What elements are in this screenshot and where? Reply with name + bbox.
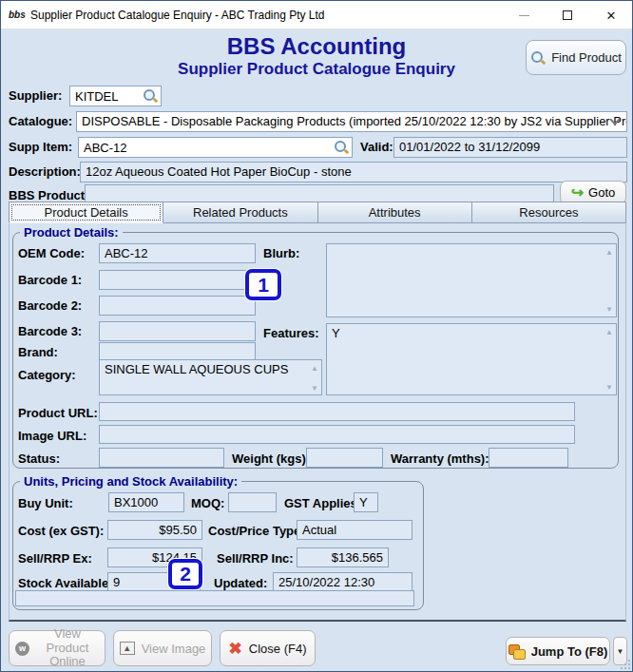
barcode3-label: Barcode 3: [18, 324, 82, 338]
product-details-group-title: Product Details: [20, 225, 123, 240]
gst-applies-field: Y [354, 492, 378, 512]
catalogue-dropdown[interactable]: DISPOSABLE - Disposable Packaging Produc… [76, 111, 627, 132]
moq-label: MOQ: [191, 496, 224, 510]
sell-rrp-inc-field: $136.565 [297, 547, 389, 567]
supp-item-label: Supp Item: [9, 140, 72, 154]
minimize-button[interactable] [502, 1, 546, 29]
oem-code-field: ABC-12 [99, 243, 256, 263]
brand-label: Brand: [18, 345, 58, 359]
units-pricing-group-title: Units, Pricing and Stock Availability: [20, 474, 241, 489]
tab-bar: Product Details Related Products Attribu… [9, 202, 626, 223]
weight-field [306, 448, 383, 468]
category-field: SINGLE WALL AQUEOUS CUPS [99, 359, 322, 395]
annotation-marker-1: 1 [245, 269, 281, 300]
cost-ex-gst-label: Cost (ex GST): [18, 524, 104, 538]
warranty-field [489, 448, 568, 468]
maximize-icon [563, 10, 572, 20]
dropdown-arrow-icon: ▼ [617, 647, 624, 656]
search-icon [530, 50, 546, 66]
annotation-marker-2: 2 [168, 559, 202, 589]
updated-label: Updated: [214, 576, 267, 590]
product-url-label: Product URL: [18, 406, 98, 420]
cost-price-type-label: Cost/Price Type: [208, 524, 305, 538]
minimize-icon [519, 15, 529, 16]
close-button[interactable]: ✖ Close (F4) [220, 630, 316, 666]
find-product-label: Find Product [551, 50, 622, 65]
tab-attributes[interactable]: Attributes [318, 202, 472, 223]
application-window: bbs Supplier Product Catalogue Enquiry -… [0, 0, 633, 672]
features-scroll-up-icon[interactable]: ▲ [605, 329, 629, 336]
title-bar: bbs Supplier Product Catalogue Enquiry -… [1, 1, 632, 29]
close-x-icon: ✖ [229, 641, 242, 657]
status-field [99, 448, 224, 468]
oem-code-label: OEM Code: [18, 246, 85, 260]
app-logo-icon: bbs [9, 7, 26, 24]
sell-rrp-inc-label: Sell/RRP Inc: [217, 551, 294, 566]
notes-field [15, 590, 414, 606]
close-label: Close (F4) [249, 642, 307, 656]
close-icon: ✕ [606, 10, 617, 22]
product-url-field [99, 402, 575, 421]
stock-available-label: Stock Available: [18, 576, 112, 590]
blurb-scroll-up-icon[interactable]: ▲ [605, 249, 629, 257]
image-url-field [99, 425, 575, 444]
sell-rrp-ex-label: Sell/RRP Ex: [18, 551, 92, 566]
jump-to-button[interactable]: Jump To (F8) [506, 637, 610, 665]
view-product-online-button[interactable]: w View Product Online [9, 630, 106, 666]
jump-to-icon [508, 644, 525, 659]
cost-price-type-field: Actual [297, 520, 412, 540]
view-image-label: View Image [142, 642, 206, 656]
features-scroll-down-icon[interactable]: ▼ [605, 384, 629, 392]
blurb-field [326, 243, 617, 317]
find-product-button[interactable]: Find Product [526, 40, 626, 75]
close-window-button[interactable]: ✕ [589, 1, 633, 29]
supplier-label: Supplier: [9, 88, 62, 103]
tab-product-details[interactable]: Product Details [9, 202, 163, 223]
image-icon: ▲ [120, 642, 135, 655]
updated-field: 25/10/2022 12:30 [273, 572, 412, 592]
weight-label: Weight (kgs): [232, 451, 310, 466]
buy-unit-field: BX1000 [108, 492, 184, 512]
description-field: 12oz Aqueous Coated Hot Paper BioCup - s… [80, 162, 627, 182]
goto-label: Goto [588, 185, 615, 200]
blurb-scroll-down-icon[interactable]: ▼ [605, 306, 629, 314]
valid-field: 01/01/2022 to 31/12/2099 [393, 137, 627, 158]
warranty-label: Warranty (mths): [391, 451, 489, 466]
features-field: Y [326, 323, 617, 395]
image-url-label: Image URL: [18, 429, 86, 443]
moq-field [228, 492, 277, 512]
barcode1-label: Barcode 1: [18, 273, 82, 287]
resize-grip[interactable] [621, 660, 630, 669]
barcode1-field [99, 270, 256, 290]
supp-item-input[interactable] [78, 137, 353, 158]
supplier-lookup-icon[interactable] [143, 88, 158, 104]
jump-to-label: Jump To (F8) [531, 644, 608, 659]
window-title: Supplier Product Catalogue Enquiry - ABC… [30, 9, 325, 22]
buy-unit-label: Buy Unit: [18, 496, 73, 510]
blurb-label: Blurb: [263, 246, 299, 260]
valid-label: Valid: [360, 140, 393, 154]
tab-related-products[interactable]: Related Products [163, 202, 317, 223]
maximize-button[interactable] [546, 1, 589, 29]
goto-arrow-icon: ↪ [571, 185, 584, 201]
view-product-online-label: View Product Online [36, 627, 99, 670]
gst-applies-label: GST Applies: [284, 496, 361, 510]
bbs-product-label: BBS Product: [9, 188, 89, 202]
barcode3-field [99, 321, 256, 341]
barcode2-label: Barcode 2: [18, 298, 82, 313]
category-label: Category: [18, 368, 76, 382]
description-label: Description: [9, 164, 81, 179]
status-label: Status: [18, 451, 60, 466]
view-image-button[interactable]: ▲ View Image [113, 630, 212, 666]
catalogue-label: Catalogue: [9, 114, 72, 128]
barcode2-field [99, 296, 256, 316]
supp-item-lookup-icon[interactable] [334, 140, 349, 155]
tab-resources[interactable]: Resources [472, 202, 626, 223]
cost-ex-gst-field: $95.50 [107, 520, 202, 540]
web-globe-icon: w [15, 642, 29, 656]
features-label: Features: [263, 326, 319, 340]
